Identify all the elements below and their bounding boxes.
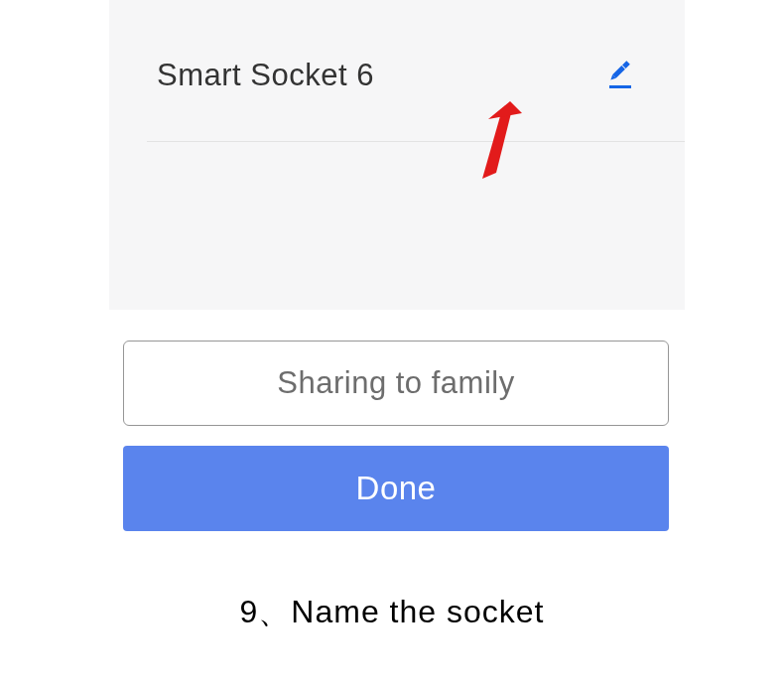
svg-marker-4	[482, 105, 513, 179]
device-name-row: Smart Socket 6	[157, 52, 637, 99]
svg-rect-2	[612, 66, 625, 78]
share-button-label: Sharing to family	[277, 365, 514, 401]
device-name-label: Smart Socket 6	[157, 58, 374, 93]
step-caption: 9、Name the socket	[0, 591, 784, 634]
edit-pencil-icon	[602, 59, 636, 92]
arrow-annotation-icon	[462, 99, 524, 181]
done-button-label: Done	[356, 470, 437, 507]
caption-text: 9、Name the socket	[240, 594, 545, 629]
svg-marker-5	[488, 101, 522, 119]
edit-name-button[interactable]	[601, 58, 637, 93]
svg-rect-1	[622, 61, 630, 68]
device-panel: Smart Socket 6	[109, 0, 685, 310]
done-button[interactable]: Done	[123, 446, 669, 531]
sharing-to-family-button[interactable]: Sharing to family	[123, 341, 669, 426]
svg-rect-0	[609, 85, 631, 88]
divider-line	[147, 141, 685, 142]
